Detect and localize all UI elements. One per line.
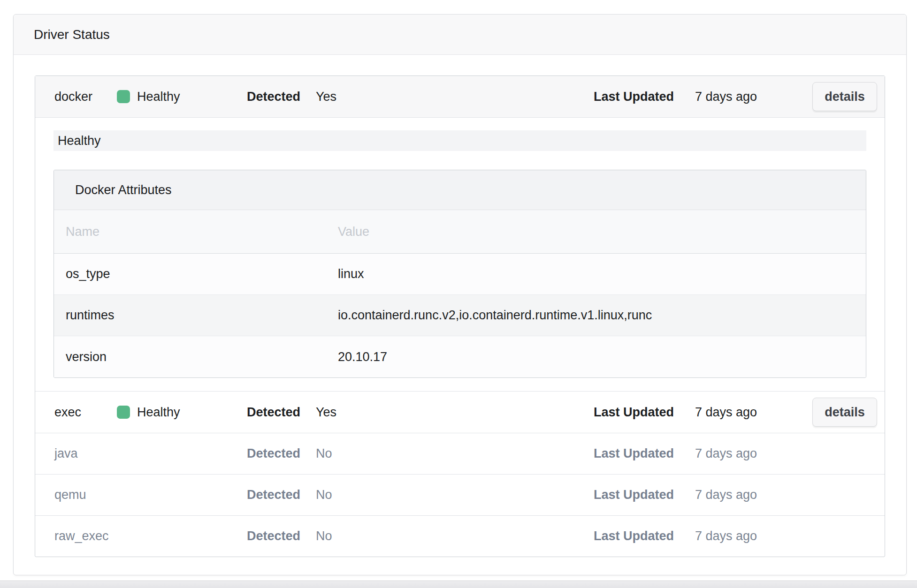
driver-name: docker — [54, 90, 117, 104]
driver-health-label: Healthy — [137, 90, 180, 104]
docker-health-description: Healthy — [53, 130, 866, 151]
detected-value: Yes — [316, 405, 594, 420]
docker-details-button[interactable]: details — [812, 82, 877, 111]
driver-name: java — [54, 446, 117, 461]
attribute-name: runtimes — [54, 308, 338, 323]
column-header-name: Name — [54, 225, 338, 239]
driver-health-status: Healthy — [117, 90, 247, 104]
driver-row-docker: docker Healthy Detected Yes Last Updated… — [35, 76, 885, 117]
attributes-table-header: Name Value — [54, 210, 866, 254]
driver-status-panel: docker Healthy Detected Yes Last Updated… — [35, 75, 885, 557]
last-updated-label: Last Updated — [594, 488, 695, 502]
last-updated-value: 7 days ago — [695, 405, 812, 420]
driver-row-raw-exec: raw_exec Detected No Last Updated 7 days… — [35, 515, 885, 557]
driver-health-label: Healthy — [137, 405, 180, 420]
exec-details-button[interactable]: details — [812, 398, 877, 427]
detected-label: Detected — [247, 90, 316, 104]
driver-name: exec — [54, 405, 117, 420]
driver-health-status: Healthy — [117, 405, 247, 420]
table-row: runtimes io.containerd.runc.v2,io.contai… — [54, 295, 866, 336]
attribute-value: linux — [338, 267, 866, 281]
attribute-value: 20.10.17 — [338, 350, 866, 364]
attribute-value: io.containerd.runc.v2,io.containerd.runt… — [338, 308, 866, 323]
detected-label: Detected — [247, 488, 316, 502]
last-updated-label: Last Updated — [594, 405, 695, 420]
last-updated-value: 7 days ago — [695, 488, 812, 502]
last-updated-value: 7 days ago — [695, 90, 812, 104]
driver-status-card: Driver Status docker Healthy Detected Ye… — [13, 14, 907, 575]
detected-value: No — [316, 529, 594, 543]
driver-row-qemu: qemu Detected No Last Updated 7 days ago — [35, 474, 885, 515]
last-updated-value: 7 days ago — [695, 529, 812, 543]
docker-attributes-box: Docker Attributes Name Value os_type lin… — [53, 170, 866, 378]
detected-label: Detected — [247, 529, 316, 543]
page-bottom-edge — [0, 580, 917, 588]
detected-value: No — [316, 488, 594, 502]
detected-value: No — [316, 446, 594, 461]
driver-row-exec: exec Healthy Detected Yes Last Updated 7… — [35, 392, 885, 433]
detected-label: Detected — [247, 405, 316, 420]
table-row: version 20.10.17 — [54, 336, 866, 377]
driver-name: qemu — [54, 488, 117, 502]
driver-row-java: java Detected No Last Updated 7 days ago — [35, 433, 885, 474]
detected-value: Yes — [316, 90, 594, 104]
docker-attributes-title: Docker Attributes — [54, 170, 866, 210]
driver-name: raw_exec — [54, 529, 117, 543]
last-updated-label: Last Updated — [594, 446, 695, 461]
healthy-square-icon — [117, 90, 130, 103]
docker-details-section: Healthy Docker Attributes Name Value os_… — [35, 117, 885, 392]
attribute-name: version — [54, 350, 338, 364]
details-button-slot: details — [812, 82, 877, 111]
details-button-slot: details — [812, 398, 877, 427]
last-updated-label: Last Updated — [594, 90, 695, 104]
healthy-square-icon — [117, 406, 130, 419]
page-title: Driver Status — [34, 27, 110, 42]
table-row: os_type linux — [54, 254, 866, 295]
card-header: Driver Status — [14, 15, 906, 55]
column-header-value: Value — [338, 225, 866, 239]
detected-label: Detected — [247, 446, 316, 461]
attribute-name: os_type — [54, 267, 338, 281]
last-updated-value: 7 days ago — [695, 446, 812, 461]
last-updated-label: Last Updated — [594, 529, 695, 543]
page: Driver Status docker Healthy Detected Ye… — [0, 0, 917, 588]
